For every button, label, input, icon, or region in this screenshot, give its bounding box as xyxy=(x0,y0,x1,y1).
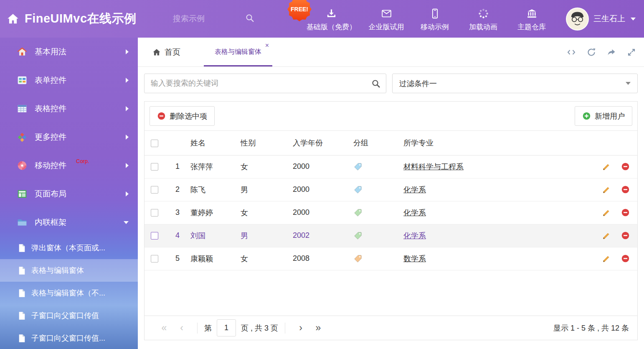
table-header-row: 姓名 性别 入学年份 分组 所学专业 xyxy=(145,131,637,155)
sidebar-item-label: 基本用法 xyxy=(35,46,66,57)
sidebar-subitem-child-to-parent-2[interactable]: 子窗口向父窗口传值... xyxy=(0,327,138,349)
major-link[interactable]: 化学系 xyxy=(403,186,426,194)
row-checkbox[interactable] xyxy=(151,163,158,171)
home-icon xyxy=(7,13,19,25)
column-group: 分组 xyxy=(353,131,403,155)
home-icon xyxy=(152,48,161,56)
tab-grid-edit-window[interactable]: 表格与编辑窗体 × xyxy=(204,38,272,66)
sidebar-item-more-controls[interactable]: 更多控件 xyxy=(0,123,138,151)
user-menu[interactable]: 三生石上 xyxy=(566,8,636,31)
next-page-button[interactable]: › xyxy=(292,322,309,334)
tab-home[interactable]: 首页 xyxy=(152,38,180,66)
nav-item-enterprise-trial[interactable]: 企业版试用 xyxy=(368,6,405,32)
search-icon[interactable] xyxy=(371,79,381,90)
edit-icon[interactable] xyxy=(602,231,611,240)
cell-year: 2000 xyxy=(293,178,353,201)
major-link[interactable]: 化学系 xyxy=(403,209,426,217)
prev-page-button[interactable]: ‹ xyxy=(173,322,190,334)
last-page-button[interactable]: » xyxy=(309,322,327,334)
page-number-input[interactable] xyxy=(217,319,236,336)
filter-dropdown[interactable]: 过滤条件一 xyxy=(392,74,638,93)
chevron-right-icon xyxy=(126,78,129,83)
edit-icon[interactable] xyxy=(602,162,611,171)
sidebar: 基本用法 表单控件 表格控件 更多控件 移动控件 Corp. 页面布局 内联框架… xyxy=(0,38,138,349)
nav-item-mobile-demo[interactable]: 移动示例 xyxy=(416,6,453,32)
sidebar-item-page-layout[interactable]: 页面布局 xyxy=(0,180,138,208)
caret-down-icon xyxy=(631,18,636,20)
table-icon xyxy=(17,103,28,114)
chevron-right-icon xyxy=(126,163,129,168)
expand-icon[interactable] xyxy=(626,47,636,57)
delete-selected-button[interactable]: 删除选中项 xyxy=(150,106,215,126)
select-all-checkbox[interactable] xyxy=(151,140,158,147)
nav-item-theme-repo[interactable]: 主题仓库 xyxy=(513,6,550,32)
sidebar-item-basic-usage[interactable]: 基本用法 xyxy=(0,38,138,66)
grid-empty-area xyxy=(145,270,637,316)
major-link[interactable]: 数学系 xyxy=(403,255,426,263)
row-checkbox[interactable] xyxy=(151,209,158,217)
row-checkbox[interactable] xyxy=(151,186,158,194)
column-major: 所学专业 xyxy=(403,131,591,155)
free-badge-label: FREE! xyxy=(291,6,308,13)
chevron-right-icon xyxy=(126,49,129,54)
sidebar-item-label: 页面布局 xyxy=(35,189,66,199)
sidebar-subitem-popup-window[interactable]: 弹出窗体（本页面或... xyxy=(0,237,138,259)
tab-bar: 首页 表格与编辑窗体 × xyxy=(138,38,644,67)
minus-circle-icon xyxy=(157,112,166,120)
cubes-icon xyxy=(17,132,28,143)
folder-icon xyxy=(17,217,28,228)
nav-item-basic-free[interactable]: FREE! 基础版（免费） xyxy=(307,6,356,32)
nav-item-label: 基础版（免费） xyxy=(307,22,356,32)
edit-icon[interactable] xyxy=(602,185,611,194)
grid-panel: 删除选中项 新增用户 姓名 性别 入学年份 分组 所学专业 xyxy=(144,101,638,340)
sidebar-subitem-label: 子窗口向父窗口传值... xyxy=(31,333,105,343)
source-code-icon[interactable] xyxy=(566,47,576,57)
cell-gender: 女 xyxy=(241,155,293,178)
top-search-input[interactable] xyxy=(173,14,239,23)
refresh-icon[interactable] xyxy=(586,47,596,57)
cell-year: 2000 xyxy=(293,201,353,224)
major-link[interactable]: 化学系 xyxy=(403,232,426,240)
tab-home-label: 首页 xyxy=(165,47,180,58)
row-checkbox[interactable] xyxy=(151,232,158,239)
nav-item-loading-animation[interactable]: 加载动画 xyxy=(465,6,502,32)
edit-icon[interactable] xyxy=(602,208,611,217)
cell-gender: 男 xyxy=(241,224,293,247)
row-checkbox[interactable] xyxy=(151,255,158,262)
major-link[interactable]: 材料科学与工程系 xyxy=(403,163,464,171)
sidebar-subitem-child-to-parent[interactable]: 子窗口向父窗口传值 xyxy=(0,304,138,327)
sidebar-item-mobile-controls[interactable]: 移动控件 Corp. xyxy=(0,151,138,180)
add-user-button[interactable]: 新增用户 xyxy=(575,106,632,126)
sidebar-subitem-grid-edit-window[interactable]: 表格与编辑窗体 xyxy=(0,259,138,282)
search-icon[interactable] xyxy=(245,13,255,25)
delete-icon[interactable] xyxy=(621,162,630,171)
first-page-button[interactable]: « xyxy=(155,322,173,334)
edit-icon[interactable] xyxy=(602,254,611,263)
sidebar-item-grid-controls[interactable]: 表格控件 xyxy=(0,94,138,123)
pager-divider xyxy=(285,323,285,334)
cell-name: 陈飞 xyxy=(190,178,241,201)
sidebar-subitem-label: 子窗口向父窗口传值 xyxy=(31,311,99,321)
tab-active-label: 表格与编辑窗体 xyxy=(215,48,261,56)
share-icon[interactable] xyxy=(606,47,616,57)
close-icon[interactable]: × xyxy=(265,42,269,49)
keyword-search-input[interactable] xyxy=(144,74,386,93)
page-prefix: 第 xyxy=(204,323,212,333)
cell-index: 4 xyxy=(166,224,190,247)
grid-toolbar: 删除选中项 新增用户 xyxy=(145,102,637,131)
sidebar-item-iframe[interactable]: 内联框架 xyxy=(0,208,138,237)
delete-icon[interactable] xyxy=(621,254,630,263)
delete-icon[interactable] xyxy=(621,185,630,194)
sidebar-subitem-grid-edit-window-2[interactable]: 表格与编辑窗体（不... xyxy=(0,282,138,304)
delete-icon[interactable] xyxy=(621,231,630,240)
filter-dropdown-value: 过滤条件一 xyxy=(399,79,437,89)
sidebar-item-label: 更多控件 xyxy=(35,132,66,143)
sidebar-item-form-controls[interactable]: 表单控件 xyxy=(0,66,138,94)
table-row: 5 康颖颖 女 2008 数学系 xyxy=(145,247,637,270)
layout-icon xyxy=(17,189,28,199)
delete-icon[interactable] xyxy=(621,208,630,217)
add-user-label: 新增用户 xyxy=(595,111,625,121)
sidebar-item-label: 内联框架 xyxy=(35,217,66,228)
table-row: 2 陈飞 男 2000 化学系 xyxy=(145,178,637,201)
sidebar-item-label: 表单控件 xyxy=(35,75,66,86)
